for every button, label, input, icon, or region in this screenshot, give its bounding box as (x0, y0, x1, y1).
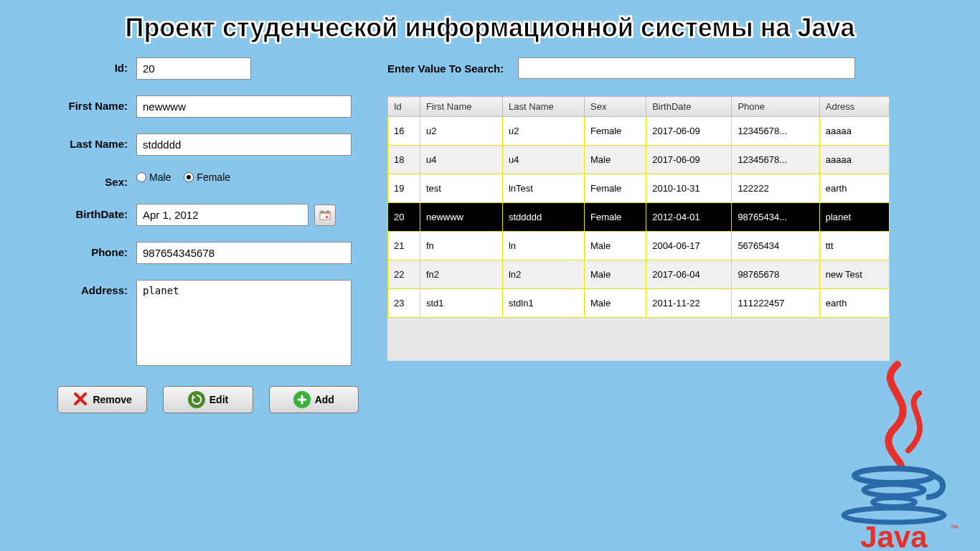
table-cell: test (420, 174, 502, 203)
table-header-3[interactable]: Sex (585, 97, 646, 117)
add-icon (293, 391, 311, 408)
table-row[interactable]: 18u4u4Male2017-06-0912345678...aaaaa (388, 146, 890, 174)
table-cell: Female (585, 117, 646, 146)
radio-male-circle (136, 172, 146, 182)
address-label: Address: (29, 280, 136, 296)
remove-button[interactable]: Remove (57, 386, 147, 413)
table-cell: planet (819, 203, 889, 232)
edit-button[interactable]: Edit (163, 386, 253, 413)
svg-rect-1 (320, 212, 330, 214)
table-cell: 12345678... (732, 117, 819, 146)
radio-female-circle (184, 172, 194, 182)
page-title: Проект студенческой информационной систе… (0, 0, 980, 50)
table-cell: new Test (819, 260, 889, 289)
table-cell: u4 (420, 146, 502, 174)
search-input[interactable] (518, 57, 855, 79)
radio-male-label: Male (149, 171, 171, 183)
table-row[interactable]: 20newwwwstdddddFemale2012-04-0198765434.… (388, 203, 890, 232)
table-cell: u2 (420, 117, 502, 146)
svg-text:™: ™ (950, 523, 958, 533)
birthdate-label: BirthDate: (29, 204, 136, 220)
table-cell: earth (819, 174, 889, 203)
table-cell: 56765434 (732, 232, 819, 260)
table-cell: lnTest (502, 174, 584, 203)
radio-female[interactable]: Female (184, 171, 230, 183)
table-cell: ln (502, 232, 584, 260)
table-header-1[interactable]: First Name (420, 97, 502, 117)
table-cell: u4 (502, 146, 584, 174)
table-cell: 18 (388, 146, 420, 174)
table-cell: fn (420, 232, 502, 260)
search-label: Enter Value To Search: (387, 62, 504, 75)
table-cell: 2011-11-22 (646, 289, 732, 318)
svg-point-3 (327, 210, 329, 212)
table-row[interactable]: 21fnlnMale2004-06-1756765434ttt (388, 232, 890, 260)
add-button-label: Add (315, 394, 334, 405)
edit-button-label: Edit (209, 394, 228, 405)
table-cell: 19 (388, 174, 420, 203)
radio-male[interactable]: Male (136, 171, 171, 183)
table-cell: ln2 (502, 260, 584, 289)
table-header-6[interactable]: Adress (819, 97, 889, 117)
students-table: IdFirst NameLast NameSexBirthDatePhoneAd… (387, 96, 890, 361)
table-cell: Male (585, 146, 646, 174)
remove-button-label: Remove (93, 394, 131, 405)
table-cell: 98765678 (732, 260, 819, 289)
radio-female-label: Female (197, 171, 230, 183)
table-cell: fn2 (420, 260, 502, 289)
calendar-button[interactable] (314, 204, 336, 226)
table-row[interactable]: 22fn2ln2Male2017-06-0498765678new Test (388, 260, 890, 289)
table-header-5[interactable]: Phone (732, 97, 819, 117)
table-cell: 98765434... (732, 203, 819, 232)
table-header-4[interactable]: BirthDate (646, 97, 732, 117)
first-name-input[interactable] (136, 95, 352, 118)
table-cell: aaaaa (819, 117, 889, 146)
table-cell: Male (585, 232, 646, 260)
table-cell: 2012-04-01 (646, 203, 732, 232)
table-row[interactable]: 19testlnTestFemale2010-10-31122222earth (388, 174, 890, 203)
table-header-2[interactable]: Last Name (502, 97, 584, 117)
add-button[interactable]: Add (269, 386, 359, 413)
table-empty-cell (388, 318, 890, 361)
address-textarea[interactable] (136, 280, 352, 366)
first-name-label: First Name: (29, 95, 136, 112)
table-cell: 2017-06-09 (646, 117, 732, 146)
table-cell: ttt (819, 232, 889, 260)
birthdate-input[interactable] (136, 204, 308, 226)
table-header-0[interactable]: Id (388, 97, 420, 117)
table-cell: Female (585, 174, 646, 203)
table-cell: newwww (420, 203, 502, 232)
sex-label: Sex: (29, 171, 136, 188)
table-cell: 23 (388, 289, 420, 318)
last-name-label: Last Name: (29, 133, 136, 150)
table-cell: 20 (388, 203, 420, 232)
table-cell: 2017-06-04 (646, 260, 732, 289)
table-row[interactable]: 23std1stdln1Male2011-11-22111222457earth (388, 289, 890, 318)
id-input[interactable] (136, 57, 251, 80)
svg-point-5 (854, 468, 933, 483)
table-cell: std1 (420, 289, 502, 318)
phone-label: Phone: (29, 242, 136, 258)
form-panel: Id: First Name: Last Name: Sex: Male (29, 50, 359, 413)
table-cell: stdln1 (502, 289, 584, 318)
table-cell: 2017-06-09 (646, 146, 732, 174)
table-cell: 122222 (732, 174, 819, 203)
table-cell: Male (585, 289, 646, 318)
table-cell: earth (819, 289, 889, 318)
svg-rect-4 (326, 216, 328, 218)
edit-icon (188, 391, 205, 408)
table-cell: 12345678... (732, 146, 819, 174)
table-cell: stddddd (502, 203, 584, 232)
phone-input[interactable] (136, 242, 352, 264)
calendar-icon (319, 210, 331, 220)
table-cell: 2004-06-17 (646, 232, 732, 260)
table-cell: 2010-10-31 (646, 174, 732, 203)
svg-point-2 (321, 210, 323, 212)
table-cell: 21 (388, 232, 420, 260)
table-row[interactable]: 16u2u2Female2017-06-0912345678...aaaaa (388, 117, 890, 146)
id-label: Id: (29, 57, 136, 74)
table-cell: 22 (388, 260, 420, 289)
table-cell: aaaaa (819, 146, 889, 174)
remove-icon (72, 391, 88, 409)
last-name-input[interactable] (136, 133, 352, 156)
